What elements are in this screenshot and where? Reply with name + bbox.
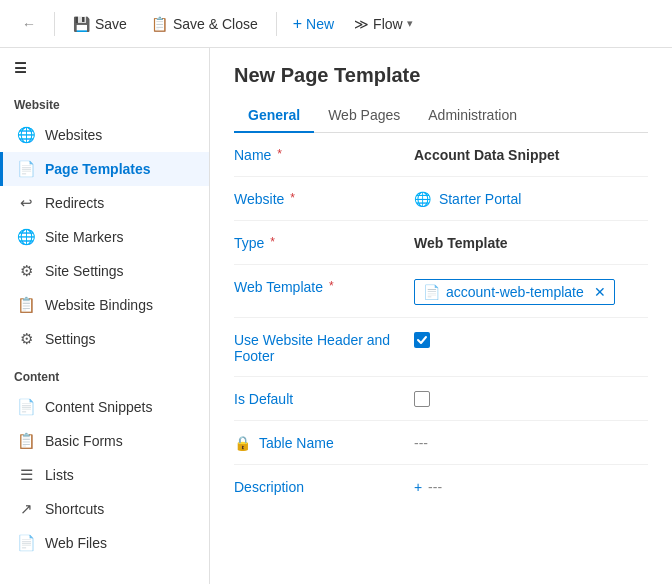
new-button[interactable]: + New <box>285 10 342 38</box>
field-label-website: Website * <box>234 189 414 207</box>
sidebar-item-label: Redirects <box>45 195 104 211</box>
field-label-type: Type * <box>234 233 414 251</box>
field-value-type: Web Template <box>414 233 648 251</box>
form-row-name: Name * Account Data Snippet <box>234 133 648 177</box>
sidebar-item-label: Website Bindings <box>45 297 153 313</box>
sidebar-item-label: Basic Forms <box>45 433 123 449</box>
back-button[interactable]: ← <box>12 11 46 37</box>
flow-button[interactable]: ≫ Flow ▾ <box>346 11 421 37</box>
web-files-icon: 📄 <box>17 534 35 552</box>
content-header: New Page Template <box>210 48 672 87</box>
website-bindings-icon: 📋 <box>17 296 35 314</box>
sidebar-menu-icon[interactable]: ☰ <box>0 48 209 84</box>
globe-icon: 🌐 <box>17 126 35 144</box>
sidebar-item-lists[interactable]: ☰ Lists <box>0 458 209 492</box>
field-label-name: Name * <box>234 145 414 163</box>
toolbar-divider <box>54 12 55 36</box>
form-row-web-template: Web Template * 📄 account-web-template ✕ <box>234 265 648 318</box>
form-row-description: Description + --- <box>234 465 648 509</box>
sidebar-item-web-files[interactable]: 📄 Web Files <box>0 526 209 560</box>
save-close-icon: 📋 <box>151 16 168 32</box>
sidebar-item-label: Shortcuts <box>45 501 104 517</box>
sidebar-item-label: Websites <box>45 127 102 143</box>
form-row-use-website-header: Use Website Header and Footer <box>234 318 648 377</box>
globe-link-icon: 🌐 <box>414 191 431 207</box>
web-template-value: account-web-template <box>446 284 584 300</box>
web-template-clear-button[interactable]: ✕ <box>594 284 606 300</box>
sidebar-item-label: Page Templates <box>45 161 151 177</box>
checkbox-use-website-header[interactable] <box>414 332 430 348</box>
page-title: New Page Template <box>234 64 648 87</box>
lists-icon: ☰ <box>17 466 35 484</box>
page-template-icon: 📄 <box>17 160 35 178</box>
toolbar: ← 💾 Save 📋 Save & Close + New ≫ Flow ▾ <box>0 0 672 48</box>
sidebar-item-settings[interactable]: ⚙ Settings <box>0 322 209 356</box>
save-icon: 💾 <box>73 16 90 32</box>
tab-administration[interactable]: Administration <box>414 99 531 133</box>
content-area: New Page Template General Web Pages Admi… <box>210 48 672 584</box>
field-label-table-name: 🔒 Table Name <box>234 433 414 451</box>
sidebar-item-site-settings[interactable]: ⚙ Site Settings <box>0 254 209 288</box>
sidebar: ☰ Website 🌐 Websites 📄 Page Templates ↩ … <box>0 48 210 584</box>
sidebar-item-label: Site Settings <box>45 263 124 279</box>
field-label-description: Description <box>234 477 414 495</box>
site-settings-icon: ⚙ <box>17 262 35 280</box>
field-value-web-template: 📄 account-web-template ✕ <box>414 277 648 305</box>
sidebar-item-website-bindings[interactable]: 📋 Website Bindings <box>0 288 209 322</box>
sidebar-item-label: Settings <box>45 331 96 347</box>
check-icon <box>416 334 428 346</box>
sidebar-item-label: Site Markers <box>45 229 124 245</box>
basic-forms-icon: 📋 <box>17 432 35 450</box>
sidebar-item-content-snippets[interactable]: 📄 Content Snippets <box>0 390 209 424</box>
sidebar-item-label: Content Snippets <box>45 399 152 415</box>
shortcuts-icon: ↗ <box>17 500 35 518</box>
field-value-website[interactable]: 🌐 Starter Portal <box>414 189 648 207</box>
form-row-website: Website * 🌐 Starter Portal <box>234 177 648 221</box>
main-layout: ☰ Website 🌐 Websites 📄 Page Templates ↩ … <box>0 48 672 584</box>
toolbar-divider-2 <box>276 12 277 36</box>
field-label-is-default: Is Default <box>234 389 414 407</box>
web-template-chip[interactable]: 📄 account-web-template ✕ <box>414 279 615 305</box>
field-value-table-name: --- <box>414 433 648 451</box>
content-snippets-icon: 📄 <box>17 398 35 416</box>
lock-icon: 🔒 <box>234 435 251 451</box>
form-area: Name * Account Data Snippet Website * 🌐 … <box>210 133 672 509</box>
sidebar-section-website: Website <box>0 84 209 118</box>
field-value-use-website-header <box>414 330 648 348</box>
required-star-web-template: * <box>329 279 334 293</box>
sidebar-item-site-markers[interactable]: 🌐 Site Markers <box>0 220 209 254</box>
save-button[interactable]: 💾 Save <box>63 11 137 37</box>
required-star-type: * <box>270 235 275 249</box>
description-plus-icon: + <box>414 479 422 495</box>
checkbox-is-default[interactable] <box>414 391 430 407</box>
settings-icon: ⚙ <box>17 330 35 348</box>
tab-general[interactable]: General <box>234 99 314 133</box>
tab-web-pages[interactable]: Web Pages <box>314 99 414 133</box>
field-label-web-template: Web Template * <box>234 277 414 295</box>
form-row-table-name: 🔒 Table Name --- <box>234 421 648 465</box>
site-markers-icon: 🌐 <box>17 228 35 246</box>
web-template-file-icon: 📄 <box>423 284 440 300</box>
form-row-is-default: Is Default <box>234 377 648 421</box>
flow-icon: ≫ <box>354 16 369 32</box>
sidebar-item-label: Lists <box>45 467 74 483</box>
new-icon: + <box>293 15 302 33</box>
flow-chevron-icon: ▾ <box>407 17 413 30</box>
sidebar-item-websites[interactable]: 🌐 Websites <box>0 118 209 152</box>
field-value-is-default <box>414 389 648 407</box>
form-row-type: Type * Web Template <box>234 221 648 265</box>
field-label-use-website-header: Use Website Header and Footer <box>234 330 414 364</box>
sidebar-item-page-templates[interactable]: 📄 Page Templates <box>0 152 209 186</box>
sidebar-item-basic-forms[interactable]: 📋 Basic Forms <box>0 424 209 458</box>
save-close-button[interactable]: 📋 Save & Close <box>141 11 268 37</box>
redirect-icon: ↩ <box>17 194 35 212</box>
sidebar-item-label: Web Files <box>45 535 107 551</box>
field-value-description: + --- <box>414 477 648 495</box>
field-value-name: Account Data Snippet <box>414 145 648 163</box>
sidebar-item-shortcuts[interactable]: ↗ Shortcuts <box>0 492 209 526</box>
required-star-name: * <box>277 147 282 161</box>
sidebar-item-redirects[interactable]: ↩ Redirects <box>0 186 209 220</box>
tabs-bar: General Web Pages Administration <box>234 99 648 133</box>
required-star-website: * <box>290 191 295 205</box>
sidebar-section-content: Content <box>0 356 209 390</box>
